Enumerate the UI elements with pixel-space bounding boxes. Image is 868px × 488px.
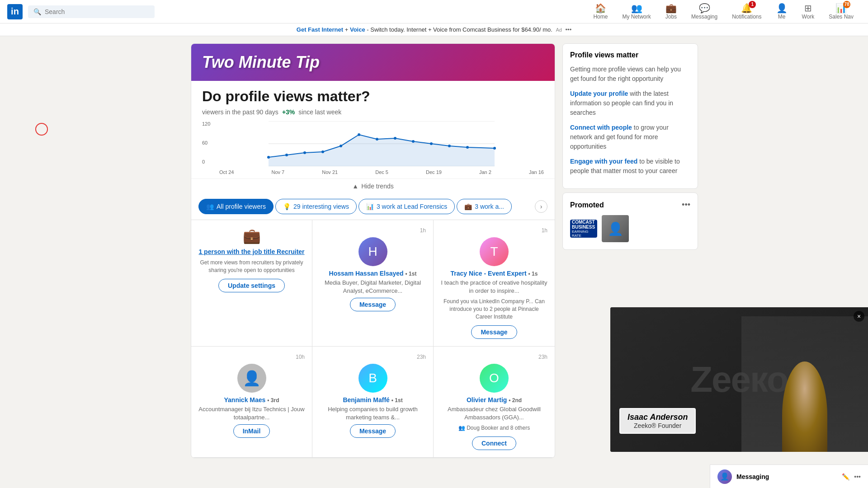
ad-more-icon[interactable]: ••• <box>566 26 572 33</box>
chart-x-nov7: Nov 7 <box>271 169 284 175</box>
viewer-yannick-connection: • 3rd <box>267 397 279 404</box>
network-label: My Network <box>622 14 651 20</box>
chevron-up-icon: ▲ <box>352 183 359 190</box>
inmail-yannick-button[interactable]: InMail <box>233 424 270 438</box>
chart-y-60: 60 <box>202 140 216 145</box>
ad-link-voice[interactable]: Voice <box>350 26 365 33</box>
update-settings-button[interactable]: Update settings <box>218 279 285 292</box>
top-navigation: in 🔍 🏠 Home 👥 My Network 💼 Jobs 💬 Messag… <box>0 0 868 23</box>
tab-work3[interactable]: 💼 3 work a... <box>457 199 512 214</box>
salesnav-icon: 📊 78 <box>835 3 847 14</box>
engage-feed-link[interactable]: Engage with your feed <box>570 158 637 165</box>
viewer-tracy-name[interactable]: Tracy Nice - Event Expert • 1s <box>451 270 538 277</box>
ad-text: - Switch today. Internet + Voice from Co… <box>367 26 552 33</box>
viewer-olivier: 23h O Olivier Martig • 2nd Ambassadeur c… <box>434 347 555 458</box>
message-benjamin-button[interactable]: Message <box>350 424 396 438</box>
svg-point-12 <box>430 142 433 145</box>
comcast-logo-sub: EARNING RATE <box>572 230 595 238</box>
viewer-hossam-name[interactable]: Hossam Hassan Elsayed • 1st <box>329 270 417 277</box>
interesting-icon: 💡 <box>283 203 291 210</box>
filter-tabs: 👥 All profile viewers 💡 29 interesting v… <box>191 193 555 220</box>
linkedin-logo[interactable]: in <box>7 4 23 19</box>
svg-point-11 <box>412 140 415 143</box>
viewer-tracy-time: 1h <box>441 227 547 234</box>
messaging-avatar: 👤 <box>717 469 732 484</box>
filter-next-button[interactable]: › <box>535 200 547 213</box>
video-person-area <box>741 316 868 452</box>
nav-item-me[interactable]: 👤 Me <box>769 0 795 23</box>
messaging-more-icon[interactable]: ••• <box>854 473 861 480</box>
video-close-button[interactable]: × <box>854 311 864 322</box>
nav-item-work[interactable]: ⊞ Work <box>795 0 822 23</box>
work-icon: ⊞ <box>804 3 812 14</box>
hide-trends-button[interactable]: ▲ Hide trends <box>191 178 555 193</box>
viewer-hossam-title: Media Buyer, Digital Marketer, Digital A… <box>320 279 426 295</box>
connect-people-link[interactable]: Connect with people <box>570 124 632 131</box>
recruiter-title[interactable]: 1 person with the job title Recruiter <box>198 248 304 255</box>
search-bar[interactable]: 🔍 <box>28 5 155 18</box>
recruiter-card: 💼 1 person with the job title Recruiter … <box>191 220 312 347</box>
nav-item-jobs[interactable]: 💼 Jobs <box>658 0 684 23</box>
chart-x-oct24: Oct 24 <box>219 169 234 175</box>
viewer-yannick-name[interactable]: Yannick Maes • 3rd <box>224 396 279 404</box>
message-hossam-button[interactable]: Message <box>350 298 396 311</box>
work3-icon: 💼 <box>464 203 472 210</box>
update-profile-link[interactable]: Update your profile <box>570 90 628 97</box>
salesnav-label: Sales Nav <box>829 14 854 20</box>
tab-lead-forensics[interactable]: 📊 3 work at Lead Forensics <box>359 199 455 214</box>
chart-y-0: 0 <box>202 159 216 164</box>
jobs-icon: 💼 <box>665 3 677 14</box>
left-sidebar <box>170 43 184 462</box>
nav-item-notifications[interactable]: 🔔 1 Notifications <box>725 0 769 23</box>
promoted-title: Promoted <box>570 201 604 209</box>
svg-point-4 <box>285 154 288 156</box>
chart-x-nov21: Nov 21 <box>322 169 338 175</box>
comcast-logo: COMCAST BUSINESS EARNING RATE <box>570 220 597 238</box>
messaging-actions: ✏️ ••• <box>842 473 861 480</box>
promoted-header: Promoted ••• <box>570 200 690 210</box>
nav-item-home[interactable]: 🏠 Home <box>586 0 615 23</box>
message-tracy-button[interactable]: Message <box>471 325 517 339</box>
tab-interesting-views[interactable]: 💡 29 interesting views <box>275 199 357 214</box>
viewer-benjamin-connection: • 1st <box>392 397 403 404</box>
chart-x-dec19: Dec 19 <box>426 169 442 175</box>
nav-item-messaging[interactable]: 💬 Messaging <box>684 0 725 23</box>
viewer-olivier-name[interactable]: Olivier Martig • 2nd <box>467 396 522 404</box>
viewers-count-text: viewers in the past 90 days <box>202 108 278 116</box>
viewer-olivier-connection: • 2nd <box>509 397 522 404</box>
viewers-grid: 💼 1 person with the job title Recruiter … <box>191 220 555 458</box>
viewer-tracy-avatar: T <box>480 237 509 266</box>
home-label: Home <box>593 14 608 20</box>
stat-percentage: +3% <box>282 108 295 116</box>
video-person-name: Isaac Anderson <box>627 413 688 422</box>
viewer-tracy: 1h T Tracy Nice - Event Expert • 1s I te… <box>434 220 555 347</box>
connect-olivier-button[interactable]: Connect <box>472 436 516 450</box>
promoted-more-button[interactable]: ••• <box>682 200 690 210</box>
messaging-label[interactable]: Messaging <box>736 473 769 480</box>
two-minute-banner: Two Minute Tip <box>191 44 555 81</box>
home-icon: 🏠 <box>595 3 606 14</box>
tab-all-viewers[interactable]: 👥 All profile viewers <box>198 199 274 214</box>
viewer-yannick-title: Accountmanager bij Itzu Technics | Jouw … <box>198 405 305 422</box>
nav-items-container: 🏠 Home 👥 My Network 💼 Jobs 💬 Messaging 🔔… <box>586 0 861 23</box>
stat-period: since last week <box>298 108 341 116</box>
ad-banner: Get Fast Internet + Voice - Switch today… <box>0 23 868 36</box>
svg-point-5 <box>303 151 306 154</box>
chart-x-jan2: Jan 2 <box>479 169 491 175</box>
video-overlay: Zeeко Isaac Anderson Zeeko® Founder × <box>610 307 868 452</box>
viewer-hossam-avatar: H <box>359 237 387 266</box>
ad-link-internet[interactable]: Get Fast Internet <box>297 26 343 33</box>
nav-item-salesnav[interactable]: 📊 78 Sales Nav <box>821 0 861 23</box>
network-icon: 👥 <box>631 3 642 14</box>
nav-item-network[interactable]: 👥 My Network <box>615 0 658 23</box>
search-input[interactable] <box>45 8 149 15</box>
sidebar-link-3: Engage with your feed to be visible to p… <box>570 157 690 176</box>
viewer-benjamin-name[interactable]: Benjamin Maffé • 1st <box>343 396 402 404</box>
svg-point-8 <box>358 133 360 136</box>
chart-wrapper: 120 60 0 <box>191 121 555 175</box>
viewer-hossam: 1h H Hossam Hassan Elsayed • 1st Media B… <box>312 220 434 347</box>
svg-point-15 <box>493 147 496 150</box>
me-icon: 👤 <box>776 3 788 14</box>
messaging-left: 👤 Messaging <box>717 469 769 484</box>
messaging-compose-icon[interactable]: ✏️ <box>842 473 849 480</box>
